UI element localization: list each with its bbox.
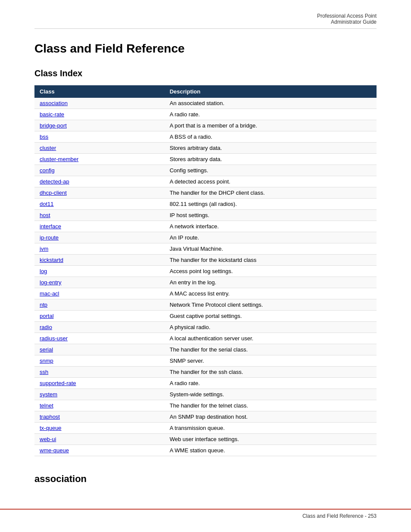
table-cell-class: dot11 (34, 199, 165, 210)
table-row: dot11802.11 settings (all radios). (34, 199, 377, 210)
table-cell-description: The handler for the ssh class. (165, 367, 377, 378)
class-index-title: Class Index (34, 68, 377, 78)
class-link[interactable]: radio (40, 324, 52, 330)
table-cell-description: A local authentication server user. (165, 333, 377, 344)
table-cell-description: Access point log settings. (165, 266, 377, 277)
table-cell-description: Web user interface settings. (165, 434, 377, 445)
class-link[interactable]: mac-acl (40, 290, 59, 297)
table-cell-class: mac-acl (34, 288, 165, 299)
class-link[interactable]: traphost (40, 414, 60, 420)
table-cell-class: radio (34, 322, 165, 333)
class-link[interactable]: snmp (40, 358, 53, 364)
table-cell-description: An entry in the log. (165, 277, 377, 288)
table-cell-class: tx-queue (34, 423, 165, 434)
page: Professional Access Point Administrator … (0, 0, 411, 532)
table-cell-description: A physical radio. (165, 322, 377, 333)
class-link[interactable]: jvm (40, 246, 48, 252)
class-link[interactable]: telnet (40, 402, 53, 409)
class-link[interactable]: kickstartd (40, 257, 63, 263)
table-cell-description: A port that is a member of a bridge. (165, 120, 377, 131)
class-link[interactable]: association (40, 100, 68, 106)
table-cell-class: traphost (34, 411, 165, 423)
table-cell-class: log (34, 266, 165, 277)
association-section-title: association (34, 473, 377, 485)
table-cell-description: A detected access point. (165, 176, 377, 187)
table-cell-description: Java Virtual Machine. (165, 243, 377, 255)
class-link[interactable]: bridge-port (40, 122, 67, 129)
class-link[interactable]: radius-user (40, 335, 68, 342)
table-cell-class: interface (34, 221, 165, 232)
class-link[interactable]: cluster-member (40, 156, 78, 162)
table-cell-description: An IP route. (165, 232, 377, 243)
class-link[interactable]: tx-queue (40, 425, 62, 431)
table-row: associationAn associated station. (34, 98, 377, 109)
table-row: wme-queueA WME station queue. (34, 445, 377, 456)
class-link[interactable]: portal (40, 313, 54, 319)
table-row: kickstartdThe handler for the kickstartd… (34, 255, 377, 266)
table-cell-description: System-wide settings. (165, 389, 377, 400)
table-row: bssA BSS of a radio. (34, 131, 377, 143)
table-cell-description: Stores arbitrary data. (165, 143, 377, 154)
table-row: clusterStores arbitrary data. (34, 143, 377, 154)
table-row: detected-apA detected access point. (34, 176, 377, 187)
class-link[interactable]: config (40, 167, 55, 174)
class-link[interactable]: wme-queue (40, 447, 69, 454)
table-cell-description: An SNMP trap destination host. (165, 411, 377, 423)
page-footer: Class and Field Reference - 253 (0, 509, 411, 519)
table-row: traphostAn SNMP trap destination host. (34, 411, 377, 423)
table-cell-class: log-entry (34, 277, 165, 288)
table-row: portalGuest captive portal settings. (34, 311, 377, 322)
table-cell-description: Config settings. (165, 165, 377, 176)
table-cell-class: bridge-port (34, 120, 165, 131)
class-link[interactable]: cluster (40, 145, 56, 151)
table-cell-class: snmp (34, 355, 165, 367)
table-row: radius-userA local authentication server… (34, 333, 377, 344)
class-link[interactable]: log (40, 268, 47, 274)
table-row: sshThe handler for the ssh class. (34, 367, 377, 378)
class-link[interactable]: ip-route (40, 234, 59, 241)
table-cell-class: telnet (34, 400, 165, 411)
table-cell-description: Stores arbitrary data. (165, 154, 377, 165)
class-link[interactable]: detected-ap (40, 178, 69, 185)
table-cell-class: bss (34, 131, 165, 143)
table-cell-description: The handler for the serial class. (165, 344, 377, 355)
table-cell-class: kickstartd (34, 255, 165, 266)
table-cell-class: portal (34, 311, 165, 322)
table-cell-description: A network interface. (165, 221, 377, 232)
table-cell-class: dhcp-client (34, 187, 165, 199)
class-link[interactable]: ntp (40, 302, 47, 308)
table-row: bridge-portA port that is a member of a … (34, 120, 377, 131)
table-row: mac-aclA MAC access list entry. (34, 288, 377, 299)
table-cell-class: basic-rate (34, 109, 165, 120)
table-cell-class: association (34, 98, 165, 109)
table-cell-description: Guest captive portal settings. (165, 311, 377, 322)
class-link[interactable]: web-ui (40, 436, 56, 442)
table-row: dhcp-clientThe handler for the DHCP clie… (34, 187, 377, 199)
table-cell-class: web-ui (34, 434, 165, 445)
table-cell-description: IP host settings. (165, 210, 377, 221)
class-link[interactable]: dot11 (40, 201, 54, 207)
class-link[interactable]: ssh (40, 369, 48, 375)
table-cell-class: detected-ap (34, 176, 165, 187)
class-link[interactable]: basic-rate (40, 111, 64, 118)
table-cell-description: Network Time Protocol client settings. (165, 299, 377, 311)
class-link[interactable]: host (40, 212, 50, 218)
table-row: ntpNetwork Time Protocol client settings… (34, 299, 377, 311)
table-row: interfaceA network interface. (34, 221, 377, 232)
table-row: web-uiWeb user interface settings. (34, 434, 377, 445)
class-link[interactable]: supported-rate (40, 380, 76, 386)
table-cell-class: host (34, 210, 165, 221)
table-row: logAccess point log settings. (34, 266, 377, 277)
table-row: cluster-memberStores arbitrary data. (34, 154, 377, 165)
class-link[interactable]: interface (40, 223, 61, 230)
class-link[interactable]: dhcp-client (40, 190, 67, 196)
class-link[interactable]: system (40, 391, 57, 398)
table-cell-description: SNMP server. (165, 355, 377, 367)
table-row: ip-routeAn IP route. (34, 232, 377, 243)
table-row: log-entryAn entry in the log. (34, 277, 377, 288)
class-link[interactable]: log-entry (40, 279, 62, 286)
table-cell-class: radius-user (34, 333, 165, 344)
class-link[interactable]: serial (40, 346, 53, 353)
class-link[interactable]: bss (40, 134, 48, 140)
table-cell-class: serial (34, 344, 165, 355)
